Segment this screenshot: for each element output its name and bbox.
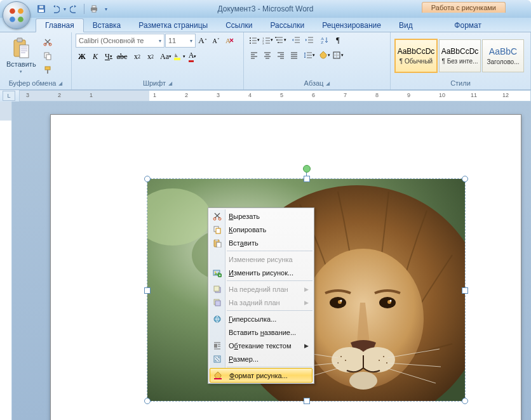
office-button[interactable] [3, 1, 30, 29]
bold-icon[interactable]: Ж [76, 50, 88, 63]
style-normal[interactable]: AaBbCcDc¶ Обычный [394, 39, 438, 73]
resize-handle-rm[interactable] [462, 287, 468, 294]
align-right-icon[interactable] [274, 49, 287, 62]
save-icon[interactable] [36, 3, 47, 15]
context-menu-label: Копировать [229, 226, 266, 233]
redo-icon[interactable] [69, 3, 80, 15]
align-center-icon[interactable] [261, 49, 274, 62]
ruler-tick: 10 [439, 92, 445, 98]
resize-handle-tl[interactable] [144, 176, 151, 182]
strike-icon[interactable]: abc [116, 50, 128, 63]
svg-point-47 [340, 356, 342, 357]
ruler-tick: 3 [26, 92, 29, 98]
paragraph-launcher-icon[interactable]: ◢ [326, 81, 330, 86]
sort-icon[interactable]: AZ [318, 34, 331, 46]
context-menu-label: Формат рисунка... [229, 372, 288, 379]
context-menu-item[interactable]: Формат рисунка... [210, 368, 313, 383]
clipboard-launcher-icon[interactable]: ◢ [58, 81, 62, 86]
ribbon: Вставить ▾ Буфер обмена◢ Calibri (Основн… [0, 32, 531, 90]
svg-point-23 [250, 43, 251, 44]
context-menu-label: Вставить [229, 239, 259, 247]
context-menu-item[interactable]: Вырезать [210, 209, 313, 223]
italic-icon[interactable]: К [89, 50, 102, 63]
rotate-handle[interactable] [303, 165, 311, 173]
copy-icon[interactable] [41, 49, 54, 62]
context-menu-item[interactable]: Вставить название... [210, 325, 313, 339]
font-color-icon[interactable]: A▾ [186, 50, 199, 63]
undo-icon[interactable] [50, 3, 61, 15]
vertical-ruler[interactable] [0, 102, 12, 420]
change-case-icon[interactable]: Aa▾ [159, 50, 172, 63]
shrink-font-icon[interactable]: A˅ [210, 34, 222, 47]
ruler-tick: 8 [375, 92, 379, 98]
svg-point-27 [275, 37, 276, 38]
tab-home[interactable]: Главная [36, 18, 84, 32]
cut-icon[interactable] [41, 36, 54, 48]
tab-selector[interactable]: L [3, 91, 15, 101]
svg-point-28 [276, 39, 278, 41]
format-painter-icon[interactable] [41, 63, 54, 76]
paragraph-group-label: Абзац [304, 79, 324, 87]
superscript-icon[interactable]: x2 [144, 50, 157, 63]
svg-rect-58 [215, 239, 218, 241]
bullets-icon[interactable]: ▾ [248, 34, 260, 46]
context-menu-label: Вырезать [229, 213, 260, 220]
underline-icon[interactable]: Ч▾ [102, 50, 115, 63]
dec-indent-icon[interactable] [290, 34, 302, 46]
resize-handle-bl[interactable] [144, 398, 151, 404]
style-no-spacing[interactable]: AaBbCcDc¶ Без инте... [439, 39, 481, 72]
justify-icon[interactable] [288, 49, 300, 62]
resize-handle-bm[interactable] [304, 398, 310, 404]
style-heading1[interactable]: AaBbCЗаголово... [482, 39, 524, 72]
tab-mailings[interactable]: Рассылки [261, 19, 313, 32]
borders-icon[interactable]: ▾ [332, 49, 344, 62]
tab-review[interactable]: Рецензирование [313, 19, 390, 32]
svg-rect-70 [214, 378, 222, 379]
context-menu-item[interactable]: Копировать [210, 223, 313, 236]
context-menu-item[interactable]: Изменить рисунок... [210, 266, 313, 279]
resize-handle-tm[interactable] [304, 176, 310, 182]
numbering-icon[interactable]: 123▾ [261, 34, 274, 46]
tab-layout[interactable]: Разметка страницы [130, 19, 217, 32]
size-icon [212, 354, 222, 364]
subscript-icon[interactable]: x2 [131, 50, 144, 63]
svg-text:3: 3 [262, 42, 264, 44]
resize-handle-lm[interactable] [144, 287, 151, 294]
print-icon[interactable] [88, 3, 100, 15]
svg-rect-6 [39, 6, 43, 8]
tab-references[interactable]: Ссылки [217, 19, 261, 32]
shading-icon[interactable]: ▾ [318, 49, 331, 62]
align-left-icon[interactable] [248, 49, 260, 62]
line-spacing-icon[interactable]: ▾ [303, 49, 316, 62]
context-menu-item[interactable]: Вставить [210, 236, 313, 249]
font-name-combo[interactable]: Calibri (Основной те▾ [76, 34, 165, 48]
paste-button[interactable]: Вставить ▾ [4, 36, 39, 75]
context-menu-item[interactable]: Обтекание текстом▶ [210, 339, 313, 352]
resize-handle-tr[interactable] [462, 176, 468, 182]
svg-rect-64 [214, 286, 219, 291]
show-marks-icon[interactable]: ¶ [332, 34, 344, 46]
paste-icon [212, 238, 222, 248]
font-launcher-icon[interactable]: ◢ [168, 81, 172, 86]
ruler-tick: 5 [280, 92, 283, 98]
group-clipboard: Вставить ▾ Буфер обмена◢ [0, 32, 72, 89]
font-group-label: Шрифт [143, 79, 166, 87]
font-size-combo[interactable]: 11▾ [165, 34, 196, 48]
svg-point-41 [379, 297, 396, 308]
multilevel-icon[interactable]: ▾ [274, 34, 287, 46]
svg-rect-16 [46, 55, 51, 60]
context-menu-item[interactable]: Размер... [210, 352, 313, 365]
tab-view[interactable]: Вид [390, 19, 422, 32]
context-menu-item[interactable]: Гиперссылка... [210, 312, 313, 325]
svg-point-43 [390, 300, 392, 302]
grow-font-icon[interactable]: A˄ [196, 34, 209, 47]
tab-insert[interactable]: Вставка [84, 19, 130, 32]
resize-handle-br[interactable] [462, 398, 468, 404]
inc-indent-icon[interactable] [303, 34, 316, 46]
clear-format-icon[interactable]: A [223, 34, 236, 47]
highlight-icon[interactable]: ▾ [173, 50, 185, 63]
quick-access-toolbar: ▾ ▾ [36, 3, 107, 15]
horizontal-ruler[interactable]: 321123456789101112 [19, 90, 531, 102]
back-icon [212, 298, 222, 308]
tab-format[interactable]: Формат [443, 19, 493, 32]
